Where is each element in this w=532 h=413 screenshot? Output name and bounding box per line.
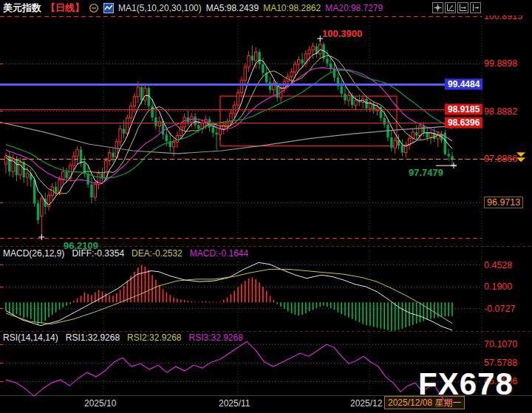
collapse-icon[interactable]	[89, 3, 99, 13]
shift-right-icon[interactable]	[470, 2, 481, 13]
ma5-value: MA5:98.2439	[206, 3, 259, 13]
instrument-title: 美元指数	[3, 1, 41, 15]
candlestick-chart[interactable]	[0, 0, 532, 413]
indicator-up-icon[interactable]	[445, 2, 456, 13]
crosshair-icon[interactable]	[432, 2, 443, 13]
toolbar-buttons	[432, 2, 481, 13]
chart-application: 美元指数 【日线】 MA1(5,10,20,30,100) MA5:98.243…	[0, 0, 532, 413]
period-label[interactable]: 【日线】	[46, 1, 84, 15]
ma-settings-label: MA1(5,10,20,30,100)	[118, 3, 202, 13]
ma20-value: MA20:98.7279	[325, 3, 383, 13]
chart-type-icon[interactable]	[103, 3, 114, 13]
watermark: FX678	[418, 366, 514, 402]
ma10-value: MA10:98.2862	[263, 3, 321, 13]
indicator-right-icon[interactable]	[457, 2, 468, 13]
